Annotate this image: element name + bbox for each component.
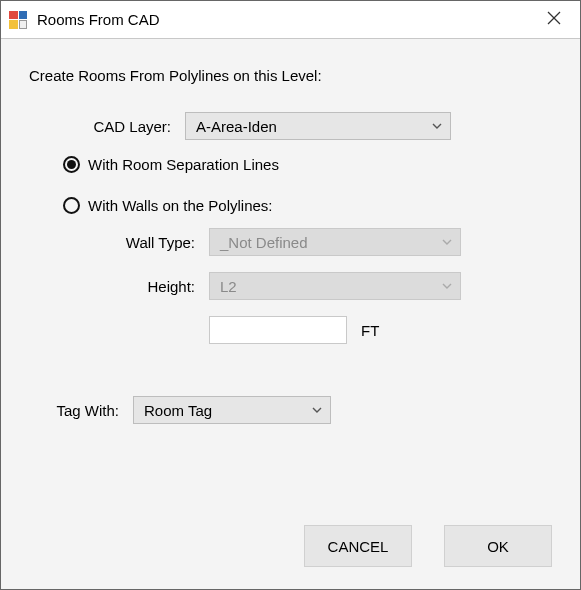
app-icon — [9, 11, 27, 29]
wall-type-value: _Not Defined — [220, 234, 308, 251]
cad-layer-value: A-Area-Iden — [196, 118, 277, 135]
unit-label: FT — [361, 322, 379, 339]
height-row: Height: L2 — [103, 272, 552, 300]
wall-type-select: _Not Defined — [209, 228, 461, 256]
titlebar: Rooms From CAD — [1, 1, 580, 39]
dialog-body: Create Rooms From Polylines on this Leve… — [1, 39, 580, 589]
wall-type-label: Wall Type: — [103, 234, 209, 251]
cad-layer-row: CAD Layer: A-Area-Iden — [55, 112, 552, 140]
with-walls-label: With Walls on the Polylines: — [88, 197, 273, 214]
with-walls-radio[interactable]: With Walls on the Polylines: — [63, 197, 552, 214]
prompt-text: Create Rooms From Polylines on this Leve… — [29, 67, 552, 84]
cancel-button[interactable]: CANCEL — [304, 525, 412, 567]
chevron-down-icon — [442, 281, 452, 291]
tag-with-select[interactable]: Room Tag — [133, 396, 331, 424]
radio-icon — [63, 197, 80, 214]
close-button[interactable] — [532, 1, 576, 38]
with-separation-lines-label: With Room Separation Lines — [88, 156, 279, 173]
ok-button[interactable]: OK — [444, 525, 552, 567]
radio-icon — [63, 156, 80, 173]
height-value-row: FT — [103, 316, 552, 344]
close-icon — [547, 11, 561, 28]
height-label: Height: — [103, 278, 209, 295]
button-row: CANCEL OK — [304, 525, 552, 567]
chevron-down-icon — [442, 237, 452, 247]
tag-with-label: Tag With: — [29, 402, 133, 419]
height-value: L2 — [220, 278, 237, 295]
rooms-from-cad-dialog: Rooms From CAD Create Rooms From Polylin… — [0, 0, 581, 590]
window-title: Rooms From CAD — [37, 11, 532, 28]
ok-button-label: OK — [487, 538, 509, 555]
cad-layer-label: CAD Layer: — [55, 118, 185, 135]
cad-layer-select[interactable]: A-Area-Iden — [185, 112, 451, 140]
tag-with-row: Tag With: Room Tag — [29, 396, 552, 424]
with-separation-lines-radio[interactable]: With Room Separation Lines — [63, 156, 552, 173]
cancel-button-label: CANCEL — [328, 538, 389, 555]
chevron-down-icon — [432, 121, 442, 131]
wall-type-row: Wall Type: _Not Defined — [103, 228, 552, 256]
chevron-down-icon — [312, 405, 322, 415]
height-input[interactable] — [209, 316, 347, 344]
height-select: L2 — [209, 272, 461, 300]
tag-with-value: Room Tag — [144, 402, 212, 419]
